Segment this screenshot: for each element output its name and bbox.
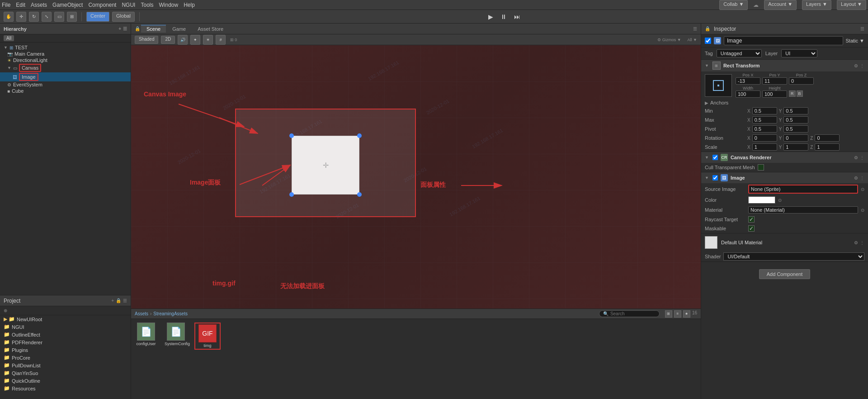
image-component-enabled[interactable] (712, 175, 718, 180)
hierarchy-item-main-camera[interactable]: 📷 Main Camera (0, 51, 131, 57)
project-view-icon1[interactable]: ⊞ (665, 310, 672, 318)
2d-button[interactable]: 2D (161, 36, 175, 44)
pivot-x-input[interactable] (752, 125, 777, 133)
static-label[interactable]: Static ▼ (846, 38, 864, 43)
max-x-input[interactable] (752, 116, 777, 124)
center-button[interactable]: Center (86, 12, 109, 22)
tag-dropdown[interactable]: Untagged (717, 49, 762, 57)
project-back[interactable]: ⊕ (4, 308, 7, 313)
hierarchy-all-btn[interactable]: All (4, 35, 14, 41)
menu-tools[interactable]: Tools (141, 2, 153, 8)
pause-button[interactable]: ⏸ (500, 13, 507, 20)
hierarchy-add[interactable]: + (118, 26, 121, 31)
menu-file[interactable]: File (2, 2, 10, 8)
layer-dropdown[interactable]: UI (781, 49, 817, 57)
folder-pulldown[interactable]: 📁 PullDownList (0, 361, 131, 369)
scene-all[interactable]: All ▼ (688, 38, 697, 42)
mat-edit[interactable]: ⚙ (854, 240, 858, 245)
color-swatch[interactable] (748, 196, 775, 204)
scene-viewport[interactable]: 192.168.17.161 2020-12-01 192.168.17.161… (131, 45, 701, 309)
tab-scene[interactable]: Scene (141, 25, 166, 33)
file-systemconfig[interactable]: 📄 SystemConfig (165, 323, 187, 346)
inspector-menu[interactable]: ☰ (860, 26, 864, 31)
scene-settings[interactable]: ⚙ Gizmos ▼ (657, 38, 681, 42)
img-settings[interactable]: ⚙ (854, 176, 858, 180)
folder-qian[interactable]: 📁 QianYinSuo (0, 369, 131, 377)
tool-rect[interactable]: ▭ (54, 12, 64, 22)
menu-gameobject[interactable]: GameObject (52, 2, 83, 8)
folder-newuiroot[interactable]: ▶ 📁 NewUIRoot (0, 315, 131, 323)
audio-icon[interactable]: 🔊 (178, 35, 188, 45)
canvas-renderer-header[interactable]: ▼ CR Canvas Renderer ⚙ ⋮ (701, 152, 868, 163)
account-button[interactable]: Account ▼ (764, 0, 797, 10)
min-y-input[interactable] (783, 107, 808, 114)
layout-button[interactable]: Layout ▼ (837, 0, 866, 10)
rot-z-input[interactable] (815, 134, 840, 142)
rot-y-input[interactable] (783, 134, 808, 142)
menu-edit[interactable]: Edit (16, 2, 25, 8)
folder-pdf[interactable]: 📁 PDFRenderer (0, 338, 131, 346)
project-lock[interactable]: 🔒 (116, 298, 121, 303)
shading-dropdown[interactable]: Shaded (135, 36, 158, 44)
menu-component[interactable]: Component (88, 2, 116, 8)
folder-procore[interactable]: 📁 ProCore (0, 354, 131, 361)
folder-quick[interactable]: 📁 QuickOutline (0, 377, 131, 385)
hierarchy-item-image[interactable]: 🖼 Image (0, 72, 131, 81)
rot-x-input[interactable] (752, 134, 777, 142)
tab-asset-store[interactable]: Asset Store (192, 25, 229, 33)
pos-z-input[interactable] (789, 77, 814, 85)
pivot-y-input[interactable] (783, 125, 808, 133)
tool-transform[interactable]: ⊞ (67, 12, 77, 22)
hierarchy-item-cube[interactable]: ■ Cube (0, 88, 131, 94)
maskable-checkbox[interactable]: ✓ (748, 225, 755, 232)
assets-link[interactable]: Assets (135, 311, 148, 316)
anchors-fold[interactable]: ▶ (705, 100, 708, 105)
menu-help[interactable]: Help (184, 2, 195, 8)
play-button[interactable]: ▶ (488, 13, 493, 20)
pos-y-input[interactable] (762, 77, 787, 85)
folder-plugins[interactable]: 📁 Plugins (0, 346, 131, 354)
object-name-input[interactable] (724, 36, 843, 45)
scale-x-input[interactable] (752, 143, 777, 151)
cr-settings[interactable]: ⚙ (854, 155, 858, 160)
hierarchy-menu[interactable]: ☰ (123, 26, 127, 31)
project-favorite-icon[interactable]: ★ (683, 310, 690, 318)
scale-y-input[interactable] (783, 143, 808, 151)
height-input[interactable] (762, 90, 787, 98)
cr-more[interactable]: ⋮ (860, 155, 864, 160)
rect-settings[interactable]: ⚙ (854, 63, 858, 68)
min-x-input[interactable] (752, 107, 777, 114)
img-more[interactable]: ⋮ (860, 176, 864, 180)
object-enabled-checkbox[interactable] (705, 38, 711, 44)
raycast-checkbox[interactable]: ✓ (748, 216, 755, 223)
material-picker[interactable]: ⊙ (861, 208, 864, 213)
wh-button-1[interactable]: R (789, 90, 796, 97)
scene-lighting[interactable]: ☀ (203, 35, 213, 45)
source-image-input[interactable] (748, 185, 858, 194)
canvas-renderer-enabled[interactable] (712, 155, 718, 160)
tool-rotate[interactable]: ↻ (29, 12, 39, 22)
hierarchy-item-eventsystem[interactable]: ⚙ EventSystem (0, 81, 131, 88)
folder-ngui[interactable]: 📁 NGUI (0, 323, 131, 331)
inspector-lock[interactable]: 🔒 (705, 26, 710, 31)
add-component-button[interactable]: Add Component (759, 269, 811, 279)
streaming-link[interactable]: StreamingAssets (153, 311, 188, 316)
file-timg[interactable]: GIF timg (194, 323, 221, 350)
tool-move[interactable]: ✛ (16, 12, 26, 22)
mat-more[interactable]: ⋮ (860, 240, 864, 245)
wh-button-2[interactable]: B (797, 90, 803, 97)
step-button[interactable]: ⏭ (514, 13, 520, 20)
fx-icon[interactable]: ✦ (190, 35, 200, 45)
menu-ngui[interactable]: NGUI (122, 2, 135, 8)
image-white-box[interactable]: ✛ (292, 136, 359, 195)
folder-resources[interactable]: 📁 Resources (0, 385, 131, 392)
source-image-picker[interactable]: ⊙ (861, 187, 864, 192)
rect-transform-header[interactable]: ▼ ⊞ Rect Transform ⚙ ⋮ (701, 60, 868, 71)
color-picker-icon[interactable]: ⊙ (778, 198, 782, 203)
global-button[interactable]: Global (112, 12, 135, 22)
hierarchy-item-test[interactable]: ▼ ⊞ TEST (0, 44, 131, 51)
tool-hand[interactable]: ✋ (4, 12, 14, 22)
max-y-input[interactable] (783, 116, 808, 124)
scene-grid[interactable]: # (216, 35, 226, 45)
rect-more[interactable]: ⋮ (860, 63, 864, 68)
